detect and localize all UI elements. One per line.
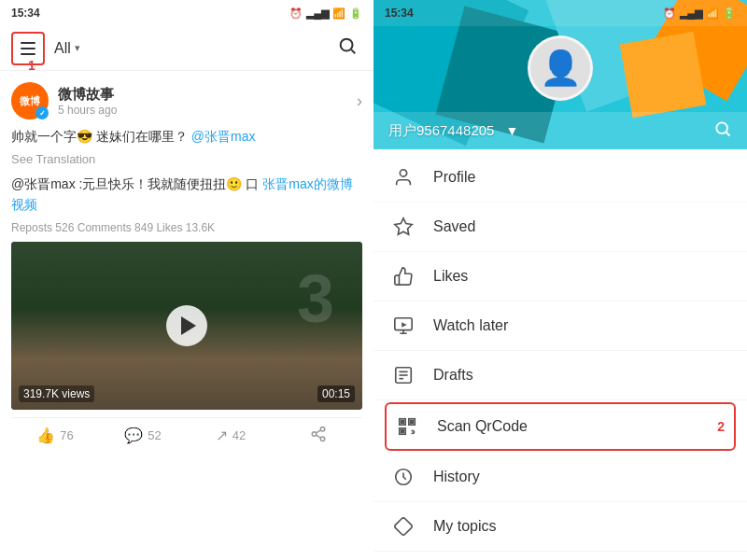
wifi-icon: 📶	[332, 7, 345, 20]
left-panel: 15:34 ⏰ ▂▄▆ 📶 🔋 All ▾	[0, 0, 374, 560]
post-actions: 👍 76 💬 52 ↗ 42	[11, 417, 362, 446]
repost-count: 42	[233, 428, 246, 442]
menu-item-my-topics[interactable]: My topics	[374, 502, 747, 552]
user-avatar[interactable]: 👤	[528, 35, 593, 101]
drafts-label: Drafts	[433, 367, 728, 384]
post-username: 微博故事	[58, 86, 347, 104]
drawer-status-bar: 15:34 ⏰ ▂▄▆ 📶 🔋	[374, 0, 747, 26]
svg-line-6	[316, 430, 320, 433]
drawer-wifi-icon: 📶	[706, 7, 719, 20]
play-triangle-icon	[181, 316, 196, 335]
svg-rect-21	[411, 421, 414, 424]
feed-post: 微博 ✓ 微博故事 5 hours ago › 帅就一个字😎 迷妹们在哪里？ @…	[0, 71, 374, 457]
post-stats: Reposts 526 Comments 849 Likes 13.6K	[11, 221, 362, 234]
post-content-2: @张晋max :元旦快乐！我就随便扭扭🙂 口 张晋max的微博视频	[11, 174, 362, 216]
drawer-status-icons: ⏰ ▂▄▆ 📶 🔋	[663, 7, 736, 20]
post-avatar: 微博 ✓	[11, 82, 49, 119]
drawer-user-bar[interactable]: 用户9567448205 ▼	[374, 112, 747, 149]
status-bar-left: 15:34 ⏰ ▂▄▆ 📶 🔋	[0, 0, 374, 26]
svg-marker-10	[395, 218, 412, 234]
share-button[interactable]	[275, 426, 362, 446]
svg-line-1	[351, 49, 355, 53]
history-icon	[392, 466, 415, 488]
hamburger-icon	[21, 42, 35, 55]
comment-icon: 💬	[124, 427, 143, 444]
post-time: 5 hours ago	[58, 104, 347, 117]
saved-label: Saved	[433, 218, 728, 235]
video-duration: 00:15	[317, 385, 355, 402]
post-more-icon[interactable]: ›	[357, 91, 362, 111]
menu-item-watch-later[interactable]: Watch later	[374, 301, 747, 351]
my-topics-icon	[392, 515, 415, 538]
share-icon	[310, 426, 327, 446]
drawer-signal-icon: ▂▄▆	[680, 7, 702, 20]
drawer-clock-icon: ⏰	[663, 7, 676, 20]
likes-label: Likes	[433, 268, 728, 285]
right-panel-drawer: 15:34 ⏰ ▂▄▆ 📶 🔋 👤 用户9567448205 ▼	[374, 0, 747, 560]
drawer-chevron-icon: ▼	[505, 123, 518, 138]
drawer-header: 15:34 ⏰ ▂▄▆ 📶 🔋 👤 用户9567448205 ▼	[374, 0, 747, 149]
signal-icon: ▂▄▆	[306, 7, 329, 20]
svg-point-9	[400, 170, 406, 176]
label-2: 2	[717, 419, 725, 434]
like-count: 76	[60, 428, 73, 442]
post-meta: 微博故事 5 hours ago	[58, 86, 347, 117]
repost-icon: ↗	[216, 427, 228, 444]
avatar-person-icon: 👤	[540, 51, 582, 85]
menu-item-likes[interactable]: Likes	[374, 252, 747, 301]
scan-qrcode-label: Scan QrCode	[437, 418, 691, 435]
my-topics-label: My topics	[433, 518, 728, 535]
drawer-battery-icon: 🔋	[723, 7, 736, 20]
top-nav: All ▾	[0, 26, 374, 71]
svg-rect-22	[402, 430, 404, 433]
menu-item-drafts[interactable]: Drafts	[374, 351, 747, 400]
repost-button[interactable]: ↗ 42	[187, 427, 275, 444]
svg-point-3	[312, 432, 317, 437]
comment-button[interactable]: 💬 52	[99, 427, 187, 444]
post-link-1[interactable]: @张晋max	[191, 129, 256, 144]
drawer-status-time: 15:34	[385, 7, 414, 20]
see-translation[interactable]: See Translation	[11, 152, 362, 166]
verified-badge: ✓	[35, 106, 49, 119]
watch-later-label: Watch later	[433, 317, 728, 334]
menu-item-scan-qrcode[interactable]: Scan QrCode 2	[385, 402, 736, 451]
like-icon: 👍	[36, 427, 55, 444]
svg-point-7	[716, 122, 727, 133]
filter-all[interactable]: All ▾	[54, 40, 80, 57]
saved-icon	[392, 216, 415, 238]
svg-marker-12	[402, 322, 407, 328]
svg-point-2	[320, 427, 325, 431]
filter-label: All	[54, 40, 71, 57]
geo-shape-5	[620, 32, 707, 119]
clock-icon: ⏰	[289, 7, 303, 20]
number-3-bg: 3	[297, 260, 334, 337]
video-views: 319.7K views	[19, 385, 94, 402]
svg-line-5	[316, 435, 320, 438]
comment-count: 52	[148, 428, 161, 442]
search-button[interactable]	[332, 34, 362, 63]
menu-item-history[interactable]: History	[374, 453, 747, 502]
play-button[interactable]	[166, 305, 207, 346]
svg-line-8	[726, 132, 730, 135]
post-header: 微博 ✓ 微博故事 5 hours ago ›	[11, 82, 362, 119]
history-label: History	[433, 469, 728, 485]
drawer-username: 用户9567448205	[388, 122, 494, 140]
status-icons-left: ⏰ ▂▄▆ 📶 🔋	[289, 7, 362, 20]
svg-point-4	[320, 437, 325, 441]
profile-icon	[392, 166, 415, 189]
like-button[interactable]: 👍 76	[11, 427, 99, 444]
drafts-icon	[392, 364, 415, 386]
video-thumbnail[interactable]: 3 319.7K views 00:15	[11, 242, 362, 410]
battery-icon: 🔋	[349, 7, 362, 20]
menu-item-saved[interactable]: Saved	[374, 203, 747, 252]
svg-rect-20	[402, 421, 404, 424]
status-time-left: 15:34	[11, 7, 40, 20]
profile-label: Profile	[433, 169, 728, 186]
drawer-menu: Profile Saved Likes	[374, 149, 747, 555]
svg-point-0	[341, 39, 353, 51]
watch-later-icon	[392, 315, 415, 337]
drawer-search-icon[interactable]	[713, 119, 732, 143]
likes-icon	[392, 265, 415, 287]
search-icon	[337, 35, 358, 61]
menu-item-profile[interactable]: Profile	[374, 153, 747, 203]
